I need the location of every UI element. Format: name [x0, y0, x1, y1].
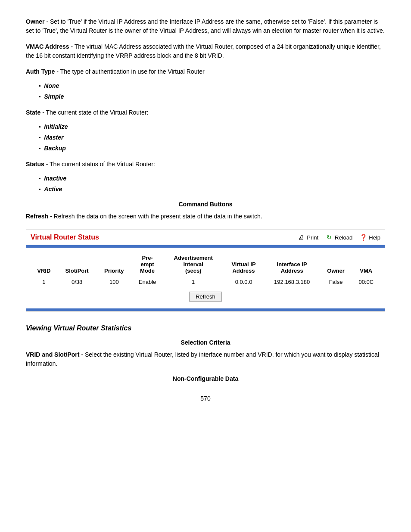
list-item: Inactive	[39, 174, 385, 183]
print-button[interactable]: 🖨 Print	[297, 233, 318, 241]
status-term: Status	[26, 161, 44, 168]
cell-owner: False	[320, 277, 352, 287]
th-owner: Owner	[320, 252, 352, 277]
state-section: State - The current state of the Virtual…	[26, 108, 385, 153]
state-term: State	[26, 109, 40, 116]
auth-term: Auth Type	[26, 68, 55, 75]
th-priority: Priority	[97, 252, 132, 277]
vr-header-buttons: 🖨 Print ↻ Reload ❓ Help	[297, 233, 380, 241]
help-icon: ❓	[359, 233, 367, 241]
vr-status-title: Virtual Router Status	[31, 233, 99, 241]
vrid-slotport-term: VRID and Slot/Port	[26, 351, 79, 358]
bottom-blue-bar	[26, 308, 385, 311]
list-item: Master	[39, 133, 385, 142]
vr-status-container: Virtual Router Status 🖨 Print ↻ Reload ❓…	[26, 230, 385, 311]
reload-label: Reload	[335, 234, 352, 241]
help-label: Help	[369, 234, 380, 241]
cell-interface-ip: 192.168.3.180	[264, 277, 320, 287]
reload-icon: ↻	[325, 233, 333, 241]
list-item: Simple	[39, 92, 385, 101]
auth-section: Auth Type - The type of authentication i…	[26, 67, 385, 101]
print-icon: 🖨	[297, 233, 305, 241]
owner-description: - Set to 'True' if the Virtual IP Addres…	[26, 18, 385, 34]
status-table: VRID Slot/Port Priority Pre-emptMode Adv…	[31, 252, 380, 304]
refresh-row: Refresh	[31, 287, 380, 304]
status-section: Status - The current status of the Virtu…	[26, 160, 385, 194]
status-description: - The current status of the Virtual Rout…	[46, 161, 155, 168]
cell-virtual-ip: 0.0.0.0	[223, 277, 264, 287]
status-list: Inactive Active	[39, 174, 385, 194]
th-virtual-ip: Virtual IPAddress	[223, 252, 264, 277]
print-label: Print	[307, 234, 318, 241]
state-list: Initialize Master Backup	[39, 122, 385, 153]
command-buttons-heading: Command Buttons	[26, 201, 385, 208]
cell-priority: 100	[97, 277, 132, 287]
cell-vrid: 1	[31, 277, 57, 287]
viewing-title: Viewing Virtual Router Statistics	[26, 324, 385, 332]
page-number: 570	[26, 395, 385, 402]
reload-button[interactable]: ↻ Reload	[325, 233, 352, 241]
refresh-term: Refresh	[26, 213, 48, 220]
viewing-section: Viewing Virtual Router Statistics Select…	[26, 324, 385, 382]
vmac-section: VMAC Address - The virtual MAC Address a…	[26, 42, 385, 60]
vmac-term: VMAC Address	[26, 43, 69, 50]
owner-section: Owner - Set to 'True' if the Virtual IP …	[26, 17, 385, 35]
refresh-button[interactable]: Refresh	[189, 292, 222, 302]
table-header-row: VRID Slot/Port Priority Pre-emptMode Adv…	[31, 252, 380, 277]
th-vma: VMA	[352, 252, 380, 277]
vr-status-header: Virtual Router Status 🖨 Print ↻ Reload ❓…	[26, 230, 385, 245]
th-slot-port: Slot/Port	[57, 252, 97, 277]
refresh-description: Refresh - Refresh the data on the screen…	[26, 212, 385, 221]
non-configurable-heading: Non-Configurable Data	[26, 375, 385, 382]
th-vrid: VRID	[31, 252, 57, 277]
refresh-desc-text: - Refresh the data on the screen with th…	[50, 213, 262, 220]
help-button[interactable]: ❓ Help	[359, 233, 380, 241]
vmac-description: - The virtual MAC Address associated wit…	[26, 43, 381, 59]
table-wrapper: VRID Slot/Port Priority Pre-emptMode Adv…	[26, 248, 385, 308]
cell-adv-interval: 1	[163, 277, 223, 287]
th-adv-interval: AdvertisementInterval(secs)	[163, 252, 223, 277]
auth-description: - The type of authentication in use for …	[56, 68, 204, 75]
selection-criteria-heading: Selection Criteria	[26, 339, 385, 346]
th-interface-ip: Interface IPAddress	[264, 252, 320, 277]
state-description: - The current state of the Virtual Route…	[42, 109, 148, 116]
list-item: Backup	[39, 144, 385, 153]
auth-list: None Simple	[39, 81, 385, 101]
cell-pre-empt: Enable	[131, 277, 163, 287]
owner-term: Owner	[26, 18, 45, 25]
list-item: Active	[39, 185, 385, 194]
cell-slot-port: 0/38	[57, 277, 97, 287]
refresh-cell: Refresh	[31, 287, 380, 304]
list-item: None	[39, 81, 385, 90]
cell-vma: 00:0C	[352, 277, 380, 287]
table-row: 1 0/38 100 Enable 1 0.0.0.0 192.168.3.18…	[31, 277, 380, 287]
list-item: Initialize	[39, 122, 385, 131]
vrid-slotport-section: VRID and Slot/Port - Select the existing…	[26, 350, 385, 368]
th-pre-empt: Pre-emptMode	[131, 252, 163, 277]
